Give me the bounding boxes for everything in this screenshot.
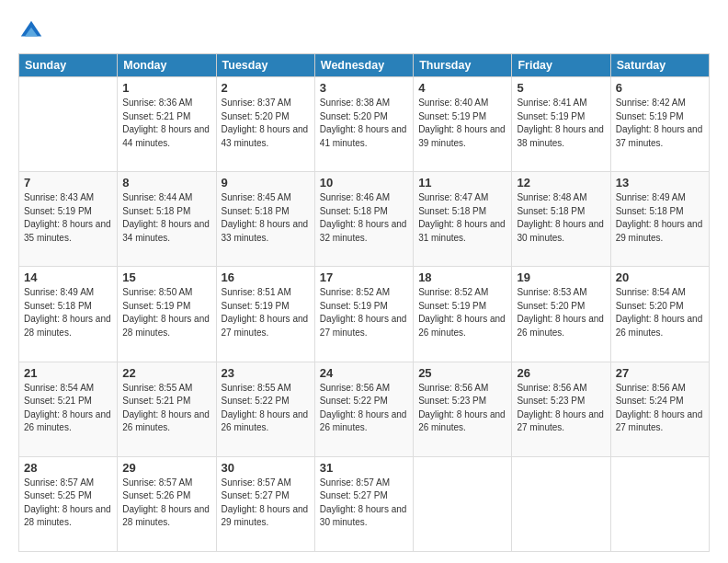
day-detail: Sunrise: 8:54 AMSunset: 5:21 PMDaylight:… <box>24 382 112 435</box>
calendar-cell <box>414 456 512 551</box>
calendar-cell: 9Sunrise: 8:45 AMSunset: 5:18 PMDaylight… <box>216 172 314 267</box>
calendar-week-row: 1Sunrise: 8:36 AMSunset: 5:21 PMDaylight… <box>19 77 710 172</box>
day-number: 17 <box>320 270 408 284</box>
day-number: 9 <box>222 176 310 190</box>
day-detail: Sunrise: 8:37 AMSunset: 5:20 PMDaylight:… <box>222 97 310 150</box>
calendar-cell: 10Sunrise: 8:46 AMSunset: 5:18 PMDayligh… <box>314 172 413 267</box>
day-detail: Sunrise: 8:56 AMSunset: 5:24 PMDaylight:… <box>616 382 704 435</box>
day-number: 23 <box>222 366 310 380</box>
calendar-cell: 20Sunrise: 8:54 AMSunset: 5:20 PMDayligh… <box>610 267 709 362</box>
calendar-cell: 28Sunrise: 8:57 AMSunset: 5:25 PMDayligh… <box>19 456 118 551</box>
day-detail: Sunrise: 8:57 AMSunset: 5:26 PMDaylight:… <box>122 477 210 530</box>
day-number: 15 <box>122 270 210 284</box>
calendar-week-row: 28Sunrise: 8:57 AMSunset: 5:25 PMDayligh… <box>19 456 710 551</box>
day-detail: Sunrise: 8:50 AMSunset: 5:19 PMDaylight:… <box>122 286 210 339</box>
day-number: 19 <box>517 270 605 284</box>
day-number: 10 <box>320 176 408 190</box>
day-number: 1 <box>122 81 210 95</box>
calendar-cell: 1Sunrise: 8:36 AMSunset: 5:21 PMDaylight… <box>118 77 216 172</box>
calendar-table: SundayMondayTuesdayWednesdayThursdayFrid… <box>18 53 710 552</box>
day-number: 8 <box>122 176 210 190</box>
day-number: 3 <box>320 81 408 95</box>
day-detail: Sunrise: 8:43 AMSunset: 5:19 PMDaylight:… <box>24 191 112 245</box>
calendar-header-thursday: Thursday <box>414 54 512 77</box>
day-number: 16 <box>222 270 310 284</box>
day-detail: Sunrise: 8:41 AMSunset: 5:19 PMDaylight:… <box>517 97 605 150</box>
day-number: 13 <box>616 176 704 190</box>
day-detail: Sunrise: 8:44 AMSunset: 5:18 PMDaylight:… <box>122 191 210 245</box>
calendar-header-tuesday: Tuesday <box>216 54 314 77</box>
day-number: 25 <box>418 366 506 380</box>
calendar-cell: 27Sunrise: 8:56 AMSunset: 5:24 PMDayligh… <box>610 362 709 456</box>
day-number: 12 <box>517 176 605 190</box>
page-header <box>18 17 710 44</box>
day-detail: Sunrise: 8:38 AMSunset: 5:20 PMDaylight:… <box>320 97 408 150</box>
day-detail: Sunrise: 8:55 AMSunset: 5:22 PMDaylight:… <box>222 382 310 435</box>
day-detail: Sunrise: 8:57 AMSunset: 5:27 PMDaylight:… <box>222 477 310 530</box>
day-number: 28 <box>24 461 112 475</box>
day-detail: Sunrise: 8:57 AMSunset: 5:25 PMDaylight:… <box>24 477 112 530</box>
calendar-cell: 14Sunrise: 8:49 AMSunset: 5:18 PMDayligh… <box>19 267 118 362</box>
day-detail: Sunrise: 8:51 AMSunset: 5:19 PMDaylight:… <box>222 286 310 339</box>
day-number: 5 <box>517 81 605 95</box>
calendar-header-sunday: Sunday <box>19 54 118 77</box>
calendar-cell: 13Sunrise: 8:49 AMSunset: 5:18 PMDayligh… <box>610 172 709 267</box>
calendar-cell: 30Sunrise: 8:57 AMSunset: 5:27 PMDayligh… <box>216 456 314 551</box>
calendar-header-saturday: Saturday <box>610 54 709 77</box>
day-number: 4 <box>418 81 506 95</box>
day-number: 21 <box>24 366 112 380</box>
calendar-cell: 12Sunrise: 8:48 AMSunset: 5:18 PMDayligh… <box>512 172 610 267</box>
day-detail: Sunrise: 8:54 AMSunset: 5:20 PMDaylight:… <box>616 286 704 339</box>
day-detail: Sunrise: 8:49 AMSunset: 5:18 PMDaylight:… <box>616 191 704 245</box>
day-number: 22 <box>122 366 210 380</box>
day-number: 2 <box>222 81 310 95</box>
day-detail: Sunrise: 8:47 AMSunset: 5:18 PMDaylight:… <box>418 191 506 245</box>
day-number: 18 <box>418 270 506 284</box>
calendar-header-wednesday: Wednesday <box>314 54 413 77</box>
calendar-cell <box>512 456 610 551</box>
calendar-week-row: 7Sunrise: 8:43 AMSunset: 5:19 PMDaylight… <box>19 172 710 267</box>
calendar-cell: 4Sunrise: 8:40 AMSunset: 5:19 PMDaylight… <box>414 77 512 172</box>
day-number: 11 <box>418 176 506 190</box>
calendar-cell: 23Sunrise: 8:55 AMSunset: 5:22 PMDayligh… <box>216 362 314 456</box>
calendar-cell: 11Sunrise: 8:47 AMSunset: 5:18 PMDayligh… <box>414 172 512 267</box>
day-detail: Sunrise: 8:40 AMSunset: 5:19 PMDaylight:… <box>418 97 506 150</box>
calendar-header-monday: Monday <box>118 54 216 77</box>
calendar-cell: 2Sunrise: 8:37 AMSunset: 5:20 PMDaylight… <box>216 77 314 172</box>
calendar-cell: 3Sunrise: 8:38 AMSunset: 5:20 PMDaylight… <box>314 77 413 172</box>
logo-icon <box>18 18 44 44</box>
day-detail: Sunrise: 8:57 AMSunset: 5:27 PMDaylight:… <box>320 477 408 530</box>
calendar-header-row: SundayMondayTuesdayWednesdayThursdayFrid… <box>19 54 710 77</box>
day-detail: Sunrise: 8:49 AMSunset: 5:18 PMDaylight:… <box>24 286 112 339</box>
calendar-cell: 5Sunrise: 8:41 AMSunset: 5:19 PMDaylight… <box>512 77 610 172</box>
day-detail: Sunrise: 8:36 AMSunset: 5:21 PMDaylight:… <box>122 97 210 150</box>
calendar-week-row: 14Sunrise: 8:49 AMSunset: 5:18 PMDayligh… <box>19 267 710 362</box>
day-number: 14 <box>24 270 112 284</box>
day-number: 31 <box>320 461 408 475</box>
day-detail: Sunrise: 8:46 AMSunset: 5:18 PMDaylight:… <box>320 191 408 245</box>
day-detail: Sunrise: 8:42 AMSunset: 5:19 PMDaylight:… <box>616 97 704 150</box>
calendar-week-row: 21Sunrise: 8:54 AMSunset: 5:21 PMDayligh… <box>19 362 710 456</box>
day-number: 29 <box>122 461 210 475</box>
calendar-cell: 21Sunrise: 8:54 AMSunset: 5:21 PMDayligh… <box>19 362 118 456</box>
day-detail: Sunrise: 8:56 AMSunset: 5:23 PMDaylight:… <box>418 382 506 435</box>
calendar-cell: 29Sunrise: 8:57 AMSunset: 5:26 PMDayligh… <box>118 456 216 551</box>
calendar-cell: 26Sunrise: 8:56 AMSunset: 5:23 PMDayligh… <box>512 362 610 456</box>
day-detail: Sunrise: 8:56 AMSunset: 5:23 PMDaylight:… <box>517 382 605 435</box>
calendar-header-friday: Friday <box>512 54 610 77</box>
calendar-cell: 17Sunrise: 8:52 AMSunset: 5:19 PMDayligh… <box>314 267 413 362</box>
calendar-cell: 19Sunrise: 8:53 AMSunset: 5:20 PMDayligh… <box>512 267 610 362</box>
day-number: 6 <box>616 81 704 95</box>
calendar-cell <box>19 77 118 172</box>
calendar-cell: 18Sunrise: 8:52 AMSunset: 5:19 PMDayligh… <box>414 267 512 362</box>
day-number: 30 <box>222 461 310 475</box>
day-detail: Sunrise: 8:52 AMSunset: 5:19 PMDaylight:… <box>418 286 506 339</box>
day-number: 26 <box>517 366 605 380</box>
calendar-cell: 6Sunrise: 8:42 AMSunset: 5:19 PMDaylight… <box>610 77 709 172</box>
day-number: 7 <box>24 176 112 190</box>
day-detail: Sunrise: 8:52 AMSunset: 5:19 PMDaylight:… <box>320 286 408 339</box>
day-number: 20 <box>616 270 704 284</box>
day-detail: Sunrise: 8:56 AMSunset: 5:22 PMDaylight:… <box>320 382 408 435</box>
calendar-cell: 8Sunrise: 8:44 AMSunset: 5:18 PMDaylight… <box>118 172 216 267</box>
calendar-cell: 31Sunrise: 8:57 AMSunset: 5:27 PMDayligh… <box>314 456 413 551</box>
